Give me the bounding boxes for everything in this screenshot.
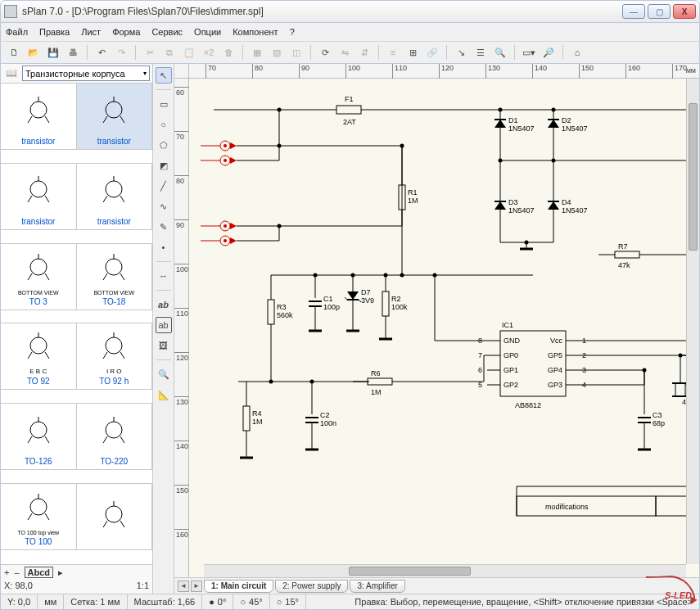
duplicate-icon[interactable]: ×2 xyxy=(201,44,217,61)
text-tool-icon[interactable]: ab xyxy=(156,296,172,313)
status-bar: Y: 0,0 мм Сетка: 1 мм Масштаб: 1,66 ● 0°… xyxy=(0,594,700,610)
ruler-unit: мм xyxy=(686,66,696,75)
save-icon[interactable]: 💾 xyxy=(45,44,61,61)
menu-edit[interactable]: Правка xyxy=(39,27,70,37)
home-icon[interactable]: ⌂ xyxy=(569,44,585,61)
status-angle-45[interactable]: ○ 45° xyxy=(233,594,269,609)
svg-marker-107 xyxy=(347,291,359,300)
bezier-tool-icon[interactable]: ∿ xyxy=(156,198,172,215)
status-angle-0[interactable]: ● 0° xyxy=(202,594,233,609)
lib-remove-button[interactable]: – xyxy=(14,567,19,577)
polygon-tool-icon[interactable]: ⬠ xyxy=(156,137,172,153)
undo-icon[interactable]: ↶ xyxy=(93,44,110,61)
paste-icon[interactable]: 📋 xyxy=(181,44,197,61)
library-item[interactable]: TO 100 top viewTO 100 xyxy=(1,483,77,550)
page-icon[interactable]: ▭▾ xyxy=(521,44,537,61)
shape-tool-icon[interactable]: ◩ xyxy=(156,157,172,174)
bring-front-icon[interactable]: ▦ xyxy=(249,44,265,61)
copy-icon[interactable]: ⧉ xyxy=(161,44,178,61)
maximize-button[interactable]: ▢ xyxy=(648,4,671,19)
delete-icon[interactable]: 🗑 xyxy=(220,44,237,61)
library-item[interactable]: transistor xyxy=(76,84,153,150)
scrollbar-horizontal[interactable] xyxy=(204,564,686,577)
dimension-tool-icon[interactable]: ↔ xyxy=(156,268,172,284)
node-tool-icon[interactable]: • xyxy=(156,239,172,255)
image-tool-icon[interactable]: 🖼 xyxy=(156,337,172,354)
svg-text:modifications: modifications xyxy=(545,503,589,511)
find-icon[interactable]: 🔍 xyxy=(492,44,508,61)
open-icon[interactable]: 📂 xyxy=(25,44,42,61)
tab-main-circuit[interactable]: 1: Main circuit xyxy=(204,580,273,593)
tab-next-button[interactable]: ► xyxy=(191,581,202,592)
lib-more-button[interactable]: ▸ xyxy=(58,567,63,578)
svg-point-28 xyxy=(106,337,122,354)
zoom-tool-icon[interactable]: 🔍 xyxy=(156,366,172,382)
svg-text:47k: 47k xyxy=(618,261,630,269)
svg-point-130 xyxy=(310,380,314,384)
library-item[interactable]: BOTTOM VIEWTO-18 xyxy=(76,243,153,310)
circle-tool-icon[interactable]: ○ xyxy=(156,116,172,133)
menu-form[interactable]: Форма xyxy=(112,27,140,37)
freehand-tool-icon[interactable]: ✎ xyxy=(156,219,172,235)
goto-icon[interactable]: ↘︎ xyxy=(453,44,469,61)
svg-text:100k: 100k xyxy=(391,303,408,311)
tab-power-supply[interactable]: 2: Power supply xyxy=(275,580,348,593)
rotate-icon[interactable]: ⟳ xyxy=(317,44,333,61)
line-tool-icon[interactable]: ╱ xyxy=(156,178,172,194)
lib-add-button[interactable]: + xyxy=(4,567,9,577)
zoom-icon[interactable]: 🔎 xyxy=(540,44,557,61)
svg-text:R7: R7 xyxy=(618,242,628,251)
redo-icon[interactable]: ↷ xyxy=(113,44,129,61)
svg-point-65 xyxy=(278,108,282,112)
tab-amplifier[interactable]: 3: Amplifier xyxy=(350,580,404,593)
menu-component[interactable]: Компонент xyxy=(233,27,278,37)
svg-point-52 xyxy=(224,144,227,147)
textbox-tool-icon[interactable]: ab xyxy=(156,317,172,333)
print-icon[interactable]: 🖶 xyxy=(65,44,81,61)
mirror-v-icon[interactable]: ⇵ xyxy=(356,44,373,61)
link-icon[interactable]: 🔗 xyxy=(424,44,440,61)
menu-service[interactable]: Сервис xyxy=(151,27,183,37)
menu-options[interactable]: Опции xyxy=(194,27,221,37)
library-book-icon[interactable]: 📖 xyxy=(3,66,20,82)
select-tool-icon[interactable]: ↖ xyxy=(156,67,172,84)
canvas[interactable]: F12ATD11N5407D21N5407D31N5407D41N5407R11… xyxy=(189,79,699,577)
tab-prev-button[interactable]: ◄ xyxy=(178,581,189,592)
svg-text:GP1: GP1 xyxy=(504,366,518,374)
svg-text:7: 7 xyxy=(478,351,482,359)
group-icon[interactable]: ◫ xyxy=(288,44,305,61)
close-button[interactable]: X xyxy=(673,4,696,19)
library-item[interactable]: transistor xyxy=(76,163,153,230)
library-item[interactable]: E B CTO 92 xyxy=(1,323,77,390)
svg-line-43 xyxy=(45,513,49,520)
new-icon[interactable]: 🗋 xyxy=(6,44,22,61)
library-item[interactable]: TO-126 xyxy=(1,403,77,470)
library-item[interactable] xyxy=(76,483,153,550)
menu-file[interactable]: Файл xyxy=(6,27,28,37)
library-item[interactable]: I R OTO 92 h xyxy=(76,323,153,390)
library-item[interactable]: TO-220 xyxy=(76,403,153,470)
svg-line-47 xyxy=(120,521,124,527)
mirror-h-icon[interactable]: ⇋ xyxy=(336,44,353,61)
status-angle-15[interactable]: ○ 15° xyxy=(270,594,306,609)
menu-help[interactable]: ? xyxy=(290,27,295,37)
library-item[interactable]: transistor xyxy=(1,84,77,150)
menu-sheet[interactable]: Лист xyxy=(81,27,101,37)
minimize-button[interactable]: — xyxy=(622,4,645,19)
measure-tool-icon[interactable]: 📐 xyxy=(156,386,172,403)
send-back-icon[interactable]: ▧ xyxy=(269,44,285,61)
cut-icon[interactable]: ✂ xyxy=(142,44,158,61)
list-icon[interactable]: ☰ xyxy=(472,44,489,61)
svg-text:1N5407: 1N5407 xyxy=(508,206,535,215)
svg-point-114 xyxy=(351,273,355,278)
lib-rename-button[interactable]: Abcd xyxy=(25,567,54,578)
svg-point-36 xyxy=(106,422,122,438)
snap-icon[interactable]: ⊞ xyxy=(404,44,421,61)
library-category-dropdown[interactable]: Транзисторные корпуса xyxy=(22,66,150,81)
align-icon[interactable]: ≡ xyxy=(385,44,401,61)
library-item[interactable]: BOTTOM VIEWTO 3 xyxy=(1,243,77,310)
rect-tool-icon[interactable]: ▭ xyxy=(156,96,172,112)
scrollbar-vertical[interactable] xyxy=(686,79,699,564)
library-item[interactable]: transistor xyxy=(1,163,77,230)
svg-text:1M: 1M xyxy=(371,388,382,396)
